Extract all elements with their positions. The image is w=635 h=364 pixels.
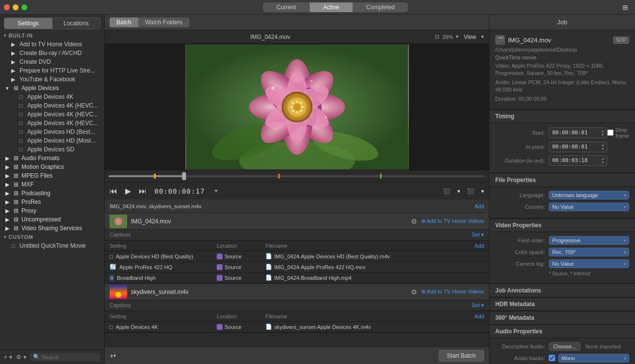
- sidebar-group-apple-devices[interactable]: ▾ ⊞ Apple Devices: [0, 84, 104, 92]
- sidebar-item-apple-hd-most[interactable]: □ Apple Devices HD (Most...: [0, 136, 104, 145]
- batch-header-filename: IMG_0424.mov, skydivers_sunset.m4v: [110, 203, 470, 209]
- file-1-add-to-button[interactable]: ⊕ Add to TV Home Videos: [421, 218, 484, 224]
- section-hdr-metadata[interactable]: HDR Metadata: [489, 297, 635, 311]
- mark-in-button[interactable]: ⬛: [440, 187, 453, 196]
- play-button[interactable]: ▶: [125, 186, 131, 196]
- section-builtin[interactable]: ▾ BUILT-IN: [0, 31, 104, 40]
- section-custom[interactable]: ▾ CUSTOM: [0, 233, 104, 241]
- file-1-output-add-button[interactable]: Add: [474, 243, 484, 249]
- sdr-badge: SDR: [613, 36, 629, 44]
- sidebar-item-apple-sd[interactable]: □ Apple Devices SD: [0, 145, 104, 154]
- start-timecode-input[interactable]: 00:00:00:01 ▲▼: [549, 127, 607, 138]
- color-space-row: Color space: Rec. 709*: [495, 248, 629, 256]
- playback-bar: ⏮ ▶ ⏭ 00:00:00:17 ▾ ⬛ ▾ ⬛ ▾: [105, 182, 489, 200]
- file-2-add-to-button[interactable]: ⊕ Add to TV Home Videos: [421, 289, 484, 295]
- sidebar-item-bluray[interactable]: ▶ Create Blu-ray / AVCHD: [0, 49, 104, 57]
- scrubber-thumb[interactable]: [182, 172, 186, 180]
- uncomp-group-icon: ▶: [4, 216, 11, 223]
- add-item-button[interactable]: +: [110, 352, 113, 360]
- section-job-annotations[interactable]: Job Annotations: [489, 284, 635, 297]
- sidebar-item-add-to-tv[interactable]: ▶ Add to TV Home Videos: [0, 40, 104, 49]
- sidebar-tab-settings[interactable]: Settings: [4, 18, 53, 29]
- file-2-gear-button[interactable]: ⚙: [411, 288, 417, 296]
- scrubber-track[interactable]: [109, 175, 485, 177]
- camera-log-select[interactable]: No Value: [549, 259, 629, 268]
- descriptive-audio-row: Descriptive Audio: Choose... None import…: [495, 342, 629, 351]
- sidebar-group-mpeg[interactable]: ▶ ⊞ MPEG Files: [0, 171, 104, 180]
- device-icon: □: [18, 102, 24, 109]
- sidebar-item-apple-4k[interactable]: □ Apple Devices 4K: [0, 92, 104, 101]
- country-select[interactable]: No Value: [549, 202, 629, 211]
- start-batch-button[interactable]: Start Batch: [439, 350, 484, 362]
- audio-tracks-label: Audio tracks:: [495, 355, 549, 361]
- scrubber-area[interactable]: [105, 170, 489, 182]
- add-preset-button[interactable]: + ▾: [4, 354, 12, 361]
- sidebar-group-prores[interactable]: ▶ ⊞ ProRes: [0, 198, 104, 206]
- sidebar-item-youtube[interactable]: ▶ YouTube & Facebook: [0, 75, 104, 84]
- batch-add-button[interactable]: Add: [474, 203, 484, 209]
- file-1-gear-button[interactable]: ⚙: [411, 218, 417, 225]
- mark-out-button[interactable]: ⬛: [464, 187, 477, 196]
- file-2-header: skydivers_sunset.m4v ⚙ ⊕ Add to TV Home …: [105, 284, 489, 300]
- search-input[interactable]: [42, 354, 97, 360]
- sidebar-group-proxy[interactable]: ▶ ⊞ Proxy: [0, 206, 104, 215]
- add-dropdown-button[interactable]: ▾: [113, 353, 116, 358]
- audio-mono-select-wrapper: Mono: [558, 354, 629, 363]
- sidebar-group-uncompressed[interactable]: ▶ ⊞ Uncompressed: [0, 215, 104, 224]
- minimize-button[interactable]: [13, 4, 19, 10]
- view-button[interactable]: View: [462, 34, 478, 40]
- duration-timecode-input[interactable]: 00:00:03:18 ▲▼: [549, 155, 607, 166]
- tab-watch-folders[interactable]: Watch Folders: [138, 18, 189, 27]
- timecode-arrows-inpoint: ▲▼: [602, 143, 604, 151]
- tab-current[interactable]: Current: [263, 2, 310, 12]
- maximize-button[interactable]: [21, 4, 27, 10]
- sidebar-item-http[interactable]: ▶ Prepare for HTTP Live Stre...: [0, 66, 104, 75]
- output-2-setting: Apple ProRes 422 HQ: [119, 264, 172, 270]
- drop-frame-checkbox[interactable]: [607, 129, 614, 136]
- sidebar-group-audio-formats[interactable]: ▶ ⊞ Audio Formats: [0, 154, 104, 163]
- sidebar-group-motion-graphics[interactable]: ▶ ⊞ Motion Graphics: [0, 163, 104, 171]
- tab-batch[interactable]: Batch: [110, 18, 138, 27]
- tab-completed[interactable]: Completed: [353, 2, 408, 12]
- audio-mono-select[interactable]: Mono: [558, 354, 629, 363]
- gear-settings-button[interactable]: ⚙ ▾: [16, 354, 26, 361]
- section-timing[interactable]: Timing: [489, 109, 635, 123]
- audio-track-checkbox[interactable]: [549, 355, 555, 361]
- color-space-select[interactable]: Rec. 709*: [549, 248, 629, 256]
- section-audio-props[interactable]: Audio Properties: [489, 325, 635, 338]
- sidebar-item-dvd[interactable]: ▶ Create DVD: [0, 57, 104, 66]
- output-3-icon: 4: [110, 275, 114, 281]
- sidebar-item-apple-4k-hevc1[interactable]: □ Apple Devices 4K (HEVC...: [0, 101, 104, 110]
- sidebar-item-apple-4k-hevc2[interactable]: □ Apple Devices 4K (HEVC...: [0, 110, 104, 119]
- layout-icon[interactable]: ⊞: [619, 2, 631, 12]
- go-to-start-button[interactable]: ⏮: [110, 187, 117, 196]
- country-label: Country:: [495, 204, 549, 210]
- file-2-thumbnail: [110, 285, 127, 299]
- inpoint-timecode-input[interactable]: 00:00:00:01 ▲▼: [549, 142, 607, 152]
- tab-active[interactable]: Active: [310, 2, 353, 12]
- sidebar-group-video-sharing[interactable]: ▶ ⊞ Video Sharing Services: [0, 224, 104, 233]
- choose-button[interactable]: Choose...: [549, 342, 580, 351]
- search-box: 🔍: [30, 353, 100, 361]
- sidebar-item-apple-4k-hevc3[interactable]: □ Apple Devices 4K (HEVC...: [0, 119, 104, 127]
- section-video-props[interactable]: Video Properties: [489, 218, 635, 232]
- file-2-output-add-button[interactable]: Add: [474, 313, 484, 319]
- sidebar-group-podcasting[interactable]: ▶ ⊞ Podcasting: [0, 189, 104, 198]
- language-select[interactable]: Unknown language: [549, 191, 629, 200]
- set-label-2[interactable]: Set ▾: [471, 302, 484, 309]
- country-row: Country: No Value: [495, 202, 629, 211]
- sidebar-item-untitled-quicktime[interactable]: □ Untitled QuickTime Movie: [0, 241, 104, 250]
- go-to-end-button[interactable]: ⏭: [139, 187, 147, 196]
- output-f2-1-icon: □: [110, 324, 113, 330]
- section-file-props[interactable]: File Properties: [489, 173, 635, 187]
- close-button[interactable]: [4, 4, 10, 10]
- timecode-dropdown-icon[interactable]: ▾: [215, 188, 218, 194]
- set-label[interactable]: Set ▾: [471, 232, 484, 238]
- output-row-3: 4 Broadband High Source 📄 IMG_0424-Broad…: [105, 273, 489, 283]
- field-order-select[interactable]: Progressive: [549, 236, 629, 245]
- sidebar-group-mxf[interactable]: ▶ ⊞ MXF: [0, 180, 104, 189]
- sidebar-tab-locations[interactable]: Locations: [53, 18, 101, 29]
- device-icon: □: [18, 146, 24, 153]
- section-360-metadata[interactable]: 360° Metadata: [489, 311, 635, 325]
- sidebar-item-apple-hd-best[interactable]: □ Apple Devices HD (Best...: [0, 127, 104, 136]
